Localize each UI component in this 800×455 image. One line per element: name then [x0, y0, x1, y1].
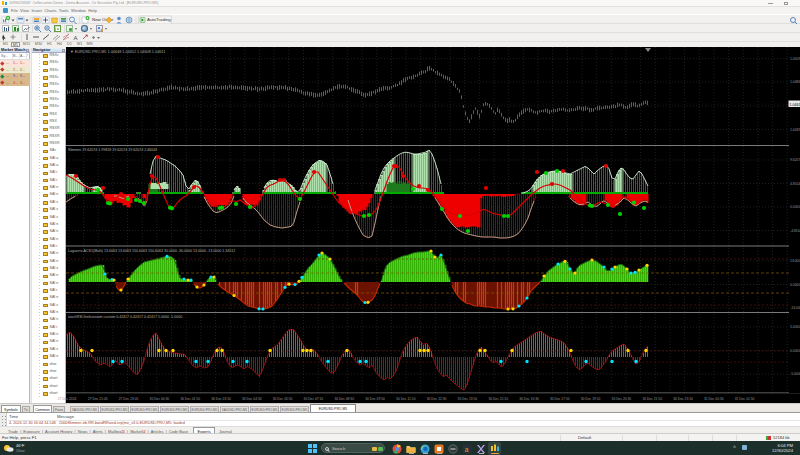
svg-text:4.8104: 4.8104 — [790, 182, 800, 186]
svg-text:a: a — [465, 445, 469, 452]
svg-text:30 Dec 21:50: 30 Dec 21:50 — [642, 397, 662, 401]
svg-text:30 Dec 08:30: 30 Dec 08:30 — [334, 397, 354, 401]
svg-text:30 Dec 05:50: 30 Dec 05:50 — [273, 397, 293, 401]
svg-text:30 Dec 07:10: 30 Dec 07:10 — [304, 397, 324, 401]
svg-text:1.04611: 1.04611 — [790, 103, 800, 107]
svg-text:0.0000: 0.0000 — [790, 205, 800, 209]
svg-text:27 Dec 23:05: 27 Dec 23:05 — [119, 397, 139, 401]
svg-text:30 Dec 23:10: 30 Dec 23:10 — [673, 397, 693, 401]
svg-text:Slimmer 19.62074 1.99818 19.62: Slimmer 19.62074 1.99818 19.62074 19.620… — [68, 148, 157, 152]
svg-text:1.05095: 1.05095 — [790, 57, 800, 61]
svg-text:30 Dec 20:30: 30 Dec 20:30 — [612, 397, 632, 401]
svg-text:30 Dec 15:10: 30 Dec 15:10 — [488, 397, 508, 401]
svg-text:9.6207: 9.6207 — [790, 158, 800, 162]
svg-text:30 Dec 17:50: 30 Dec 17:50 — [550, 397, 570, 401]
svg-text:stochRSI thinkorswim custom 0.: stochRSI thinkorswim custom 0.42417 0.42… — [68, 315, 182, 319]
svg-text:5.0000: 5.0000 — [790, 325, 800, 329]
svg-text:31 Dec 00:30: 31 Dec 00:30 — [704, 397, 724, 401]
svg-text:30 Dec 12:30: 30 Dec 12:30 — [427, 397, 447, 401]
svg-text:▼ EURUSD.PRO,M5 1.04648 1.046: ▼ EURUSD.PRO,M5 1.04648 1.04652 1.04608 … — [70, 50, 165, 54]
svg-text:30 Dec 01:50: 30 Dec 01:50 — [180, 397, 200, 401]
svg-text:0.0000: 0.0000 — [790, 283, 800, 287]
svg-text:-13.0000: -13.0000 — [790, 306, 800, 310]
svg-text:-5.0000: -5.0000 — [790, 372, 800, 376]
svg-text:30 Dec 04:30: 30 Dec 04:30 — [242, 397, 262, 401]
svg-text:27 Dec 2024: 27 Dec 2024 — [58, 397, 77, 401]
svg-text:1.04860: 1.04860 — [790, 80, 800, 84]
svg-text:30 Dec 11:10: 30 Dec 11:10 — [396, 397, 416, 401]
svg-text:31 Dec 01:50: 31 Dec 01:50 — [735, 397, 755, 401]
svg-text:Laguerre-ACS1(Multi) 13.6063 1: Laguerre-ACS1(Multi) 13.6063 13.6063 150… — [68, 249, 235, 253]
svg-text:1.04390: 1.04390 — [790, 128, 800, 132]
svg-text:30 Dec 19:10: 30 Dec 19:10 — [581, 397, 601, 401]
svg-text:0.0000: 0.0000 — [790, 349, 800, 353]
svg-text:13.0000: 13.0000 — [790, 259, 800, 263]
svg-text:27 Dec 21:45: 27 Dec 21:45 — [88, 397, 108, 401]
svg-text:30 Dec 16:30: 30 Dec 16:30 — [519, 397, 539, 401]
svg-text:-4.8104: -4.8104 — [790, 229, 800, 233]
svg-text:30 Dec 00:30: 30 Dec 00:30 — [150, 397, 170, 401]
svg-text:30 Dec 03:10: 30 Dec 03:10 — [211, 397, 231, 401]
svg-text:30 Dec 13:50: 30 Dec 13:50 — [458, 397, 478, 401]
svg-text:30 Dec 09:50: 30 Dec 09:50 — [365, 397, 385, 401]
